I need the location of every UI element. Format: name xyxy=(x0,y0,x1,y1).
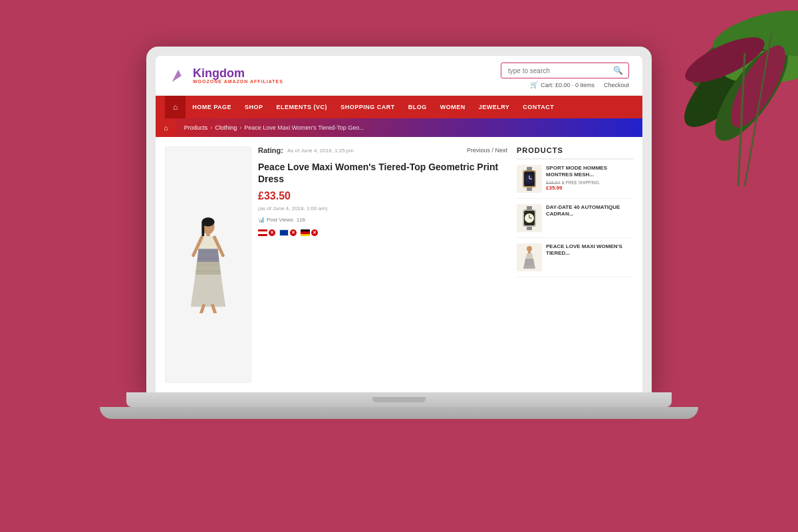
svg-rect-32 xyxy=(525,170,533,172)
svg-rect-33 xyxy=(527,206,532,209)
nav-item-women[interactable]: WOMEN xyxy=(434,97,472,117)
svg-rect-26 xyxy=(527,188,532,191)
header-right: 🔍 🛒 Cart: £0.00 · 0 items Checkout xyxy=(501,63,629,88)
sidebar-title: PRODUCTS xyxy=(517,146,633,160)
us-flag xyxy=(258,229,267,236)
svg-point-2 xyxy=(672,20,791,140)
sidebar-product-info-3: PEACE LOVE MAXI WOMEN'S TIERED... xyxy=(546,243,633,271)
logo-name: Kingdom xyxy=(193,67,283,79)
search-input[interactable] xyxy=(501,65,608,77)
rating-row: Rating: As of June 4, 2018, 1:25 pm Prev… xyxy=(258,146,507,154)
breadcrumb-clothing[interactable]: Clothing xyxy=(215,124,237,131)
nav-item-cart[interactable]: SHOPPING CART xyxy=(334,97,402,117)
flag-group-1: ✕ xyxy=(258,229,275,236)
svg-rect-25 xyxy=(527,167,532,170)
checkout-link[interactable]: Checkout xyxy=(604,82,629,88)
sidebar-thumb-2 xyxy=(517,204,542,232)
de-flag-x: ✕ xyxy=(311,229,318,236)
laptop-notch xyxy=(372,397,426,402)
dress-svg-sidebar xyxy=(522,245,537,269)
svg-marker-10 xyxy=(172,69,182,82)
rating-date: As of June 4, 2018, 1:25 pm xyxy=(287,148,354,154)
sidebar-product-2: DAY-DATE 40 AUTOMATIQUE CADRAN... xyxy=(517,204,633,238)
cart-icon: 🛒 xyxy=(530,81,538,88)
main-nav: ⌂ HOME PAGE SHOP ELEMENTS (VC) SHOPPING … xyxy=(156,96,642,118)
flag-group-3: ✕ xyxy=(301,229,318,236)
breadcrumb-current: Peace Love Maxi Women's Tiered-Top Geo..… xyxy=(244,124,364,131)
sidebar-product-info-1: SPORT MODE HOMMES MONTRES MESH... £19.64… xyxy=(546,165,633,193)
svg-point-3 xyxy=(720,46,798,88)
product-main: Rating: As of June 4, 2018, 1:25 pm Prev… xyxy=(165,146,507,383)
nav-home-button[interactable]: ⌂ xyxy=(165,96,186,118)
nav-item-contact[interactable]: CONTACT xyxy=(516,97,561,117)
de-flag xyxy=(301,229,310,236)
search-button[interactable]: 🔍 xyxy=(608,63,628,78)
price-note: (as of June 4, 2018, 1:00 am) xyxy=(258,205,507,211)
uk-flag xyxy=(279,229,289,236)
breadcrumb-home-icon[interactable]: ⌂ xyxy=(156,118,176,137)
sidebar-thumb-1 xyxy=(517,165,542,193)
svg-point-1 xyxy=(708,1,798,65)
flag-row: ✕ ✕ ✕ xyxy=(258,229,507,236)
post-views-label: Post Views: xyxy=(267,217,295,223)
us-flag-x: ✕ xyxy=(269,229,275,236)
svg-rect-14 xyxy=(201,221,204,235)
breadcrumb-sep-1: › xyxy=(210,124,212,131)
sidebar-product-name-2: DAY-DATE 40 AUTOMATIQUE CADRAN... xyxy=(546,204,633,218)
cart-amount: Cart: £0.00 · 0 items xyxy=(541,82,595,88)
svg-rect-34 xyxy=(527,227,532,230)
product-price: £33.50 xyxy=(258,190,507,202)
svg-line-8 xyxy=(738,53,745,186)
svg-point-6 xyxy=(680,29,770,92)
breadcrumb-sep-2: › xyxy=(239,124,241,131)
post-views: 📊 Post Views: 116 xyxy=(258,217,507,223)
post-views-count: 116 xyxy=(297,217,305,223)
nav-item-shop[interactable]: SHOP xyxy=(238,97,270,117)
sidebar-free-ship-1: & FREE SHIPPING. xyxy=(561,180,600,185)
sidebar-product-info-2: DAY-DATE 40 AUTOMATIQUE CADRAN... xyxy=(546,204,633,232)
site-header: Kingdom WOOZONE AMAZON AFFILIATES 🔍 🛒 Ca… xyxy=(156,56,642,96)
laptop-screen: Kingdom WOOZONE AMAZON AFFILIATES 🔍 🛒 Ca… xyxy=(156,56,642,392)
prev-next[interactable]: Previous / Next xyxy=(467,147,507,154)
breadcrumb-products[interactable]: Products xyxy=(184,124,208,131)
product-title: Peace Love Maxi Women's Tiered-Top Geome… xyxy=(258,161,507,185)
rating-label: Rating: xyxy=(258,146,283,154)
content-area: Rating: As of June 4, 2018, 1:25 pm Prev… xyxy=(156,137,642,392)
watch-svg-1 xyxy=(520,167,539,191)
sidebar-product-name-3: PEACE LOVE MAXI WOMEN'S TIERED... xyxy=(546,243,633,257)
svg-point-41 xyxy=(527,246,532,251)
cart-text: 🛒 Cart: £0.00 · 0 items xyxy=(530,81,595,88)
laptop-screen-frame: Kingdom WOOZONE AMAZON AFFILIATES 🔍 🛒 Ca… xyxy=(146,47,652,392)
svg-point-4 xyxy=(703,35,798,151)
product-image-box xyxy=(165,146,251,383)
svg-point-7 xyxy=(721,38,795,134)
nav-item-homepage[interactable]: HOME PAGE xyxy=(186,97,238,117)
sidebar-thumb-3 xyxy=(517,243,542,271)
flag-group-2: ✕ xyxy=(279,229,297,236)
breadcrumb-bar: ⌂ Products › Clothing › Peace Love Maxi … xyxy=(156,118,642,137)
logo-sub: WOOZONE AMAZON AFFILIATES xyxy=(193,79,283,84)
sidebar-product-name-1: SPORT MODE HOMMES MONTRES MESH... xyxy=(546,165,633,179)
uk-flag-x: ✕ xyxy=(290,229,297,236)
svg-point-0 xyxy=(682,3,798,104)
logo-icon xyxy=(169,66,188,85)
sidebar-product-3: PEACE LOVE MAXI WOMEN'S TIERED... xyxy=(517,243,633,277)
sidebar: PRODUCTS xyxy=(517,146,633,383)
sidebar-product-detail-1: £19.64 & FREE SHIPPING. xyxy=(546,180,633,185)
watch-svg-2 xyxy=(520,206,539,230)
bar-chart-icon: 📊 xyxy=(258,217,265,223)
breadcrumb-items: Products › Clothing › Peace Love Maxi Wo… xyxy=(176,119,372,136)
svg-point-5 xyxy=(736,17,798,63)
sidebar-product-1: SPORT MODE HOMMES MONTRES MESH... £19.64… xyxy=(517,165,633,199)
nav-item-blog[interactable]: BLOG xyxy=(402,97,434,117)
search-bar: 🔍 xyxy=(501,63,629,78)
cart-info: 🛒 Cart: £0.00 · 0 items Checkout xyxy=(530,81,629,88)
logo-text: Kingdom WOOZONE AMAZON AFFILIATES xyxy=(193,67,283,84)
nav-item-elements[interactable]: ELEMENTS (VC) xyxy=(270,97,334,117)
nav-item-jewelry[interactable]: JEWELRY xyxy=(472,97,517,117)
product-details: Rating: As of June 4, 2018, 1:25 pm Prev… xyxy=(258,146,507,383)
logo-area: Kingdom WOOZONE AMAZON AFFILIATES xyxy=(169,66,283,85)
product-image-svg xyxy=(178,217,238,313)
laptop-wrapper: Kingdom WOOZONE AMAZON AFFILIATES 🔍 🛒 Ca… xyxy=(146,47,652,485)
laptop-bottom xyxy=(100,407,698,419)
